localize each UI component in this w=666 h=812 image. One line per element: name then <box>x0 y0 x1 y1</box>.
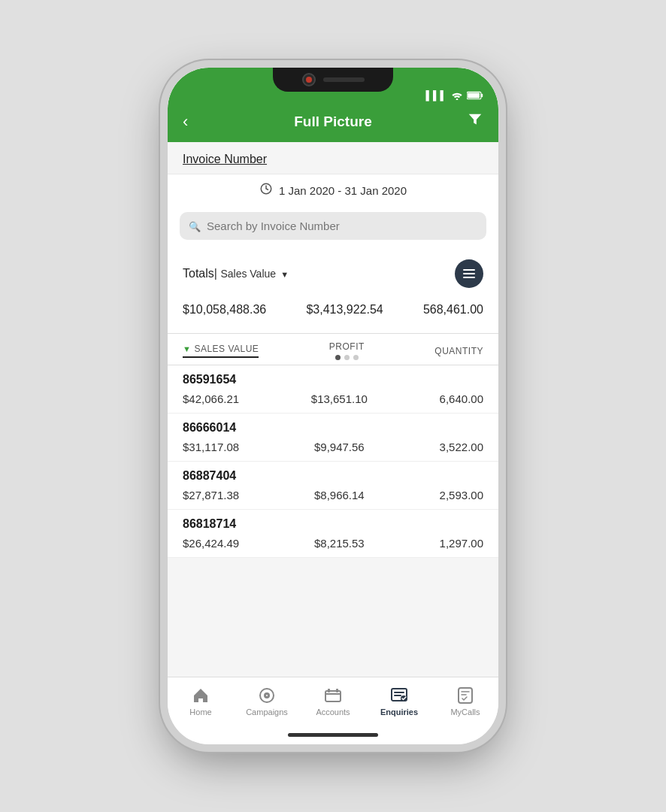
tab-mycalls-label: MyCalls <box>450 707 480 717</box>
filter-button[interactable] <box>461 111 483 132</box>
home-icon <box>192 686 210 704</box>
svg-rect-3 <box>468 92 480 98</box>
sort-label: Sales Value <box>220 268 276 280</box>
inv4-qty: 1,297.00 <box>440 537 483 550</box>
svg-rect-13 <box>459 688 472 703</box>
invoice-values-2: $31,117.08 $9,947.56 3,522.00 <box>168 438 498 461</box>
totals-label-group: Totals| Sales Value ▼ <box>183 267 289 280</box>
invoice-values-3: $27,871.38 $8,966.14 2,593.00 <box>168 486 498 509</box>
tab-campaigns-label: Campaigns <box>246 707 288 717</box>
clock-icon <box>259 182 273 198</box>
invoice-id-row[interactable]: 86666014 <box>168 414 498 438</box>
invoice-number-label: Invoice Number <box>183 153 267 165</box>
app-header: ‹ Full Picture <box>168 105 498 142</box>
sort-indicators <box>335 355 359 360</box>
signal-icon: ▌▌▌ <box>425 90 447 101</box>
inv1-qty: 6,640.00 <box>440 392 483 405</box>
tab-enquiries-label: Enquiries <box>380 707 418 717</box>
svg-rect-2 <box>481 94 483 98</box>
col-label-quantity: QUANTITY <box>434 346 483 356</box>
menu-line-3 <box>463 277 475 278</box>
search-wrapper <box>180 212 486 240</box>
svg-rect-8 <box>325 691 341 701</box>
sort-dot-1 <box>335 355 341 360</box>
tab-accounts[interactable]: Accounts <box>300 683 366 720</box>
battery-icon <box>467 91 483 100</box>
col-header-profit[interactable]: PROFIT <box>329 341 365 360</box>
home-indicator <box>288 733 378 737</box>
page-title: Full Picture <box>205 114 461 130</box>
col-label-profit: PROFIT <box>329 341 365 352</box>
tab-mycalls[interactable]: MyCalls <box>432 683 498 720</box>
screen: ▌▌▌ ‹ Full Picture <box>168 68 498 744</box>
invoice-id-2: 86666014 <box>183 421 236 434</box>
table-row: 86666014 $31,117.08 $9,947.56 3,522.00 <box>168 414 498 462</box>
invoice-number-section: Invoice Number <box>168 142 498 174</box>
table-section: ▼ SALES VALUE PROFIT <box>168 333 498 558</box>
status-icons: ▌▌▌ <box>425 90 483 101</box>
svg-rect-9 <box>328 689 330 692</box>
mycalls-icon <box>456 686 474 704</box>
camera-icon <box>302 73 316 86</box>
dropdown-arrow-icon[interactable]: ▼ <box>278 270 289 279</box>
inv2-sales: $31,117.08 <box>183 441 239 453</box>
search-section <box>168 206 498 249</box>
col-label-sales-value: SALES VALUE <box>194 344 259 354</box>
filter-icon <box>467 111 483 128</box>
inv2-qty: 3,522.00 <box>440 441 483 453</box>
sort-arrow-icon: ▼ <box>183 344 191 353</box>
invoice-id-row[interactable]: 86591654 <box>168 365 498 389</box>
menu-button[interactable] <box>455 259 483 288</box>
speaker <box>323 77 365 82</box>
phone-frame: ▌▌▌ ‹ Full Picture <box>168 68 498 744</box>
invoice-values-4: $26,424.49 $8,215.53 1,297.00 <box>168 534 498 557</box>
totals-label: Totals| Sales Value ▼ <box>183 267 289 280</box>
sort-dot-3 <box>353 355 359 360</box>
inv3-profit: $8,966.14 <box>314 489 365 501</box>
tab-home[interactable]: Home <box>168 683 234 720</box>
invoice-values-1: $42,066.21 $13,651.10 6,640.00 <box>168 389 498 413</box>
inv2-profit: $9,947.56 <box>314 441 365 453</box>
totals-value-3: 568,461.00 <box>423 303 483 317</box>
col-underline <box>183 356 259 358</box>
totals-values: $10,058,488.36 $3,413,922.54 568,461.00 <box>183 297 483 327</box>
invoice-id-1: 86591654 <box>183 373 236 386</box>
status-bar: ▌▌▌ <box>168 68 498 105</box>
totals-header: Totals| Sales Value ▼ <box>183 259 483 288</box>
back-button[interactable]: ‹ <box>183 112 205 132</box>
totals-value-2: $3,413,922.54 <box>306 303 383 317</box>
inv1-sales: $42,066.21 <box>183 392 239 405</box>
invoice-id-3: 86887404 <box>183 469 236 482</box>
wifi-icon <box>451 91 463 100</box>
svg-point-7 <box>266 695 268 696</box>
svg-point-0 <box>456 98 459 100</box>
tab-enquiries[interactable]: Enquiries <box>366 683 432 720</box>
table-row: 86591654 $42,066.21 $13,651.10 6,640.00 <box>168 365 498 414</box>
inv3-sales: $27,871.38 <box>183 489 239 501</box>
date-range-text: 1 Jan 2020 - 31 Jan 2020 <box>279 184 407 197</box>
tab-home-label: Home <box>189 707 211 717</box>
inv4-profit: $8,215.53 <box>314 537 365 550</box>
accounts-icon <box>324 686 342 704</box>
search-input[interactable] <box>180 212 486 240</box>
main-content: Invoice Number 1 Jan 2020 - 31 Jan 2020 <box>168 142 498 670</box>
clock-svg <box>259 182 273 195</box>
col-header-quantity[interactable]: QUANTITY <box>434 346 483 356</box>
table-row: 86887404 $27,871.38 $8,966.14 2,593.00 <box>168 462 498 510</box>
inv4-sales: $26,424.49 <box>183 537 239 550</box>
col-header-sales-value[interactable]: ▼ SALES VALUE <box>183 344 259 358</box>
tab-campaigns[interactable]: Campaigns <box>234 683 300 720</box>
notch <box>273 68 393 92</box>
inv1-profit: $13,651.10 <box>311 392 368 405</box>
menu-line-2 <box>463 273 475 274</box>
campaigns-icon <box>258 686 276 704</box>
menu-line-1 <box>463 269 475 271</box>
inv3-qty: 2,593.00 <box>440 489 483 501</box>
totals-section: Totals| Sales Value ▼ $10,058,488.36 $3,… <box>168 249 498 333</box>
tab-accounts-label: Accounts <box>316 707 350 717</box>
sort-dot-2 <box>344 355 350 360</box>
invoice-id-row[interactable]: 86818714 <box>168 510 498 534</box>
table-row: 86818714 $26,424.49 $8,215.53 1,297.00 <box>168 510 498 558</box>
table-header: ▼ SALES VALUE PROFIT <box>168 334 498 365</box>
invoice-id-row[interactable]: 86887404 <box>168 462 498 486</box>
